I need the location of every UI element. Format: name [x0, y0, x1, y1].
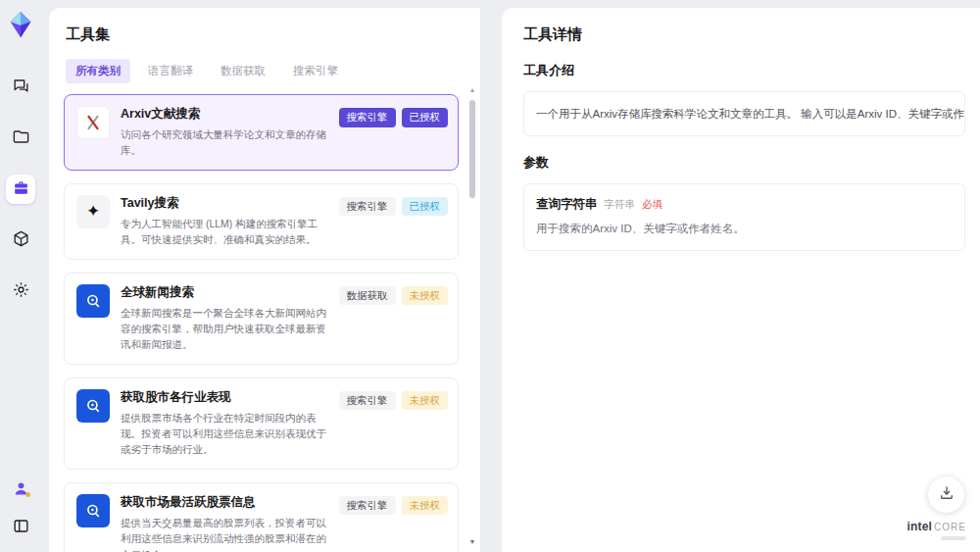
sidebar	[0, 0, 41, 552]
tool-desc: 专为人工智能代理 (LLM) 构建的搜索引擎工具。可快速提供实时、准确和真实的结…	[121, 216, 329, 248]
category-badge: 搜索引擎	[339, 496, 396, 516]
brand-subtext	[941, 536, 966, 540]
param-desc: 用于搜索的Arxiv ID、关键字或作者姓名。	[536, 222, 953, 236]
tool-detail-panel: 工具详情 工具介绍 一个用于从Arxiv存储库搜索科学论文和文章的工具。 输入可…	[502, 8, 980, 552]
tool-card-global-news[interactable]: 全球新闻搜索 全球新闻搜索是一个聚合全球各大新闻网站内容的搜索引擎，帮助用户快速…	[64, 273, 459, 365]
user-icon	[12, 479, 30, 498]
package-icon	[12, 229, 30, 252]
intel-core-logo: intelCORE	[906, 517, 966, 540]
tool-list-panel: 工具集 所有类别 语言翻译 数据获取 搜索引擎 Arxiv文献搜索 访问各个研究…	[49, 8, 480, 552]
sidebar-item-packages[interactable]	[6, 226, 35, 255]
tab-all-categories[interactable]: 所有类别	[66, 59, 130, 83]
status-badge: 已授权	[402, 108, 449, 127]
gear-icon	[12, 280, 30, 303]
param-type: 字符串	[605, 198, 636, 212]
brand-intel: intel	[906, 520, 932, 533]
tool-name: Arxiv文献搜索	[121, 106, 329, 123]
param-name: 查询字符串	[536, 196, 598, 213]
download-button[interactable]	[928, 477, 964, 513]
tool-card-list: Arxiv文献搜索 访问各个研究领域大量科学论文和文章的存储库。 搜索引擎 已授…	[64, 94, 459, 552]
status-badge: 未授权	[402, 391, 449, 411]
list-scrollbar[interactable]: ▲ ▼	[468, 86, 476, 546]
chat-icon	[12, 76, 30, 99]
page-title: 工具集	[66, 25, 459, 44]
tool-card-most-active-stocks[interactable]: 获取市场最活跃股票信息 提供当天交易量最高的股票列表，投资者可以利用这些信息来识…	[64, 482, 459, 552]
tool-desc: 访问各个研究领域大量科学论文和文章的存储库。	[121, 126, 329, 159]
param-required-badge: 必填	[642, 198, 662, 212]
sidebar-item-chat[interactable]	[6, 73, 35, 102]
panel-toggle-icon	[12, 517, 30, 539]
app-logo-icon	[6, 10, 35, 39]
status-badge: 未授权	[402, 496, 449, 516]
panel-divider	[480, 8, 502, 552]
tool-card-sector-performance[interactable]: 获取股市各行业表现 提供股票市场各个行业在特定时间段内的表现。投资者可以利用这些…	[64, 377, 459, 470]
category-tabs: 所有类别 语言翻译 数据获取 搜索引擎	[66, 59, 459, 83]
tool-desc: 提供股票市场各个行业在特定时间段内的表现。投资者可以利用这些信息来识别表现优于或…	[121, 410, 329, 458]
sidebar-item-panel-toggle[interactable]	[6, 513, 35, 542]
tool-intro-text: 一个用于从Arxiv存储库搜索科学论文和文章的工具。 输入可以是Arxiv ID…	[523, 91, 965, 136]
stock-search-icon	[76, 494, 110, 527]
tool-card-arxiv[interactable]: Arxiv文献搜索 访问各个研究领域大量科学论文和文章的存储库。 搜索引擎 已授…	[64, 94, 459, 171]
arxiv-icon	[76, 106, 110, 139]
category-badge: 搜索引擎	[339, 391, 396, 411]
download-icon	[938, 484, 956, 506]
param-item: 查询字符串 字符串 必填 用于搜索的Arxiv ID、关键字或作者姓名。	[523, 183, 965, 251]
sidebar-item-account[interactable]	[6, 474, 35, 503]
tool-desc: 全球新闻搜索是一个聚合全球各大新闻网站内容的搜索引擎，帮助用户快速获取全球最新资…	[121, 305, 329, 353]
folder-icon	[12, 127, 30, 150]
user-status-dot	[25, 492, 30, 497]
tool-name: 获取股市各行业表现	[121, 389, 329, 406]
news-search-icon	[76, 284, 110, 318]
category-badge: 数据获取	[339, 286, 396, 306]
intro-heading: 工具介绍	[523, 62, 965, 79]
tab-search-engine[interactable]: 搜索引擎	[283, 59, 348, 83]
toolbox-icon	[12, 178, 30, 201]
tool-name: 全球新闻搜索	[121, 284, 329, 301]
scroll-down-arrow[interactable]: ▼	[468, 538, 476, 546]
brand-core: CORE	[934, 522, 966, 532]
tool-name: 获取市场最活跃股票信息	[121, 494, 329, 511]
detail-title: 工具详情	[523, 25, 965, 44]
tool-card-tavily[interactable]: ✦ Tavily搜索 专为人工智能代理 (LLM) 构建的搜索引擎工具。可快速提…	[64, 183, 459, 260]
stock-search-icon	[76, 389, 110, 423]
status-badge: 已授权	[402, 197, 449, 217]
scrollbar-thumb[interactable]	[469, 100, 475, 198]
tavily-icon: ✦	[76, 195, 110, 228]
sidebar-item-files[interactable]	[6, 124, 35, 153]
category-badge: 搜索引擎	[339, 108, 396, 127]
params-heading: 参数	[523, 154, 965, 172]
tab-language-translation[interactable]: 语言翻译	[138, 59, 203, 83]
status-badge: 未授权	[402, 286, 449, 306]
main-content: 工具集 所有类别 语言翻译 数据获取 搜索引擎 Arxiv文献搜索 访问各个研究…	[41, 0, 980, 552]
sidebar-item-settings[interactable]	[6, 276, 35, 306]
sidebar-item-tools[interactable]	[6, 175, 35, 204]
tool-name: Tavily搜索	[121, 195, 329, 212]
category-badge: 搜索引擎	[339, 197, 396, 217]
tool-desc: 提供当天交易量最高的股票列表，投资者可以利用这些信息来识别流动性强的股票和潜在的…	[121, 515, 329, 552]
tab-data-fetch[interactable]: 数据获取	[211, 59, 275, 83]
scroll-up-arrow[interactable]: ▲	[468, 86, 476, 94]
